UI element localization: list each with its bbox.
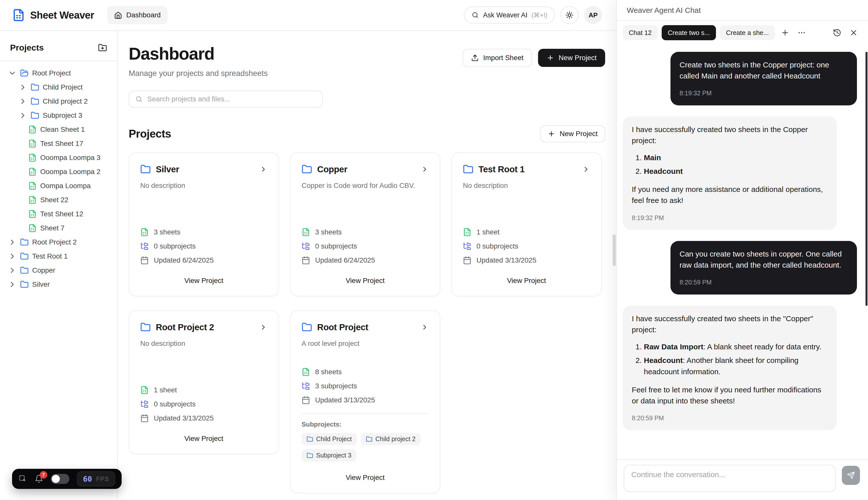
folder-icon [140,322,151,332]
message-list: Raw Data Import: A blank sheet ready for… [632,341,828,377]
card-title: Test Root 1 [479,164,577,174]
folder-plus-icon[interactable] [98,43,107,52]
chat-history-button[interactable] [831,26,843,39]
card-subprojects-count: 3 subprojects [315,382,357,390]
tree-item-child-project-2[interactable]: Child project 2 [0,94,117,109]
tree-item-label: Subproject 3 [43,111,82,120]
tree-item-copper[interactable]: Copper [0,263,117,277]
view-project-link[interactable]: View Project [140,435,267,443]
card-sheets-count: 1 sheet [154,386,177,394]
chat-tab-2[interactable]: Create a she... [720,25,775,40]
calendar-icon [463,256,471,264]
chat-input[interactable] [624,465,836,492]
card-sheets-row: 3 sheets [302,228,429,236]
folder-icon [140,164,151,174]
chat-scrollbar-thumb[interactable] [866,52,868,306]
project-card-root-project-2: Root Project 2No description1 sheet0 sub… [129,310,279,454]
ai-chat-panel: Weaver Agent AI Chat Chat 12Create two s… [616,0,868,500]
chevron-right-icon [19,111,27,120]
new-project-secondary-button[interactable]: New Project [540,125,605,143]
nav-dashboard-label: Dashboard [126,11,161,19]
tree-item-ooompa-loompa-2[interactable]: Ooompa Loompa 2 [0,165,117,179]
view-project-link[interactable]: View Project [140,277,267,285]
message-paragraph: I have successfully created two sheets i… [632,124,828,146]
new-chat-button[interactable] [779,26,791,39]
message-paragraph: If you need any more assistance or addit… [632,184,828,206]
message-timestamp: 8:19:32 PM [680,89,848,98]
chat-close-button[interactable] [847,26,860,39]
tree-item-test-sheet-12[interactable]: Test Sheet 12 [0,207,117,221]
chat-more-options-button[interactable] [795,26,808,39]
card-sheets-count: 1 sheet [477,228,500,236]
chat-tab-1[interactable]: Create two s... [662,25,716,40]
tree-item-label: Sheet 7 [40,224,64,232]
project-cards-grid: SilverNo description3 sheets0 subproject… [129,152,605,493]
page-subtitle: Manage your projects and spreadsheets [129,69,268,78]
tree-item-child-project[interactable]: Child Project [0,80,117,94]
folder-icon [20,238,29,247]
card-updated-row: Updated 6/24/2025 [302,256,429,264]
top-header: Sheet Weaver Dashboard Ask Weaver AI (⌘+… [0,0,616,31]
tree-item-label: Ooompa Loompa 2 [40,168,101,176]
chat-message-user: Create two sheets in the Copper project:… [670,52,857,105]
card-updated-row: Updated 3/13/2025 [302,396,429,405]
fps-value: 60 [83,475,92,484]
import-sheet-button[interactable]: Import Sheet [463,49,532,67]
ask-ai-button[interactable]: Ask Weaver AI (⌘+I) [464,7,555,24]
view-project-link[interactable]: View Project [463,277,590,285]
chat-message-user: Can you create two sheets in copper. One… [670,241,857,295]
folder-icon [20,280,29,289]
tree-item-sheet-22[interactable]: Sheet 22 [0,193,117,207]
user-avatar[interactable]: AP [584,6,602,24]
sheet-icon [28,182,37,190]
card-subprojects-count: 0 subprojects [154,242,196,250]
app-logo-icon [12,9,25,22]
sheet-icon [28,210,37,218]
sidebar-title: Projects [10,43,44,53]
send-button[interactable] [842,466,860,485]
subproject-chip-label: Subproject 3 [316,452,351,459]
subproject-chip[interactable]: Subproject 3 [302,449,356,462]
select-cursor-icon[interactable] [19,475,27,483]
nav-dashboard[interactable]: Dashboard [107,6,168,24]
card-sheets-count: 3 sheets [154,228,180,236]
tree-item-ooompa-loompa-3[interactable]: Ooompa Loompa 3 [0,151,117,165]
notifications-bell[interactable]: 7 [35,475,43,483]
list-item-name: Main [644,154,661,162]
main-scrollbar-thumb[interactable] [613,235,616,266]
theme-toggle-button[interactable] [560,6,578,24]
search-icon [471,11,479,19]
folder-icon [31,97,39,106]
tree-item-test-root-1[interactable]: Test Root 1 [0,249,117,263]
new-project-button[interactable]: New Project [538,49,605,67]
chat-tab-0[interactable]: Chat 12 [623,25,658,40]
app-title: Sheet Weaver [30,10,94,21]
tree-item-root-project[interactable]: Root Project [0,66,117,80]
view-project-link[interactable]: View Project [302,277,429,285]
tree-item-clean-sheet-1[interactable]: Clean Sheet 1 [0,123,117,137]
chevron-right-icon [259,165,267,173]
sheet-icon [463,228,471,236]
card-description: No description [140,340,267,348]
subproject-chip[interactable]: Child Project [302,433,357,445]
status-toggle[interactable] [51,474,69,484]
search-input[interactable] [147,95,316,103]
tree-item-root-project-2[interactable]: Root Project 2 [0,235,117,249]
chat-input-area [617,459,868,500]
tree-item-test-sheet-17[interactable]: Test Sheet 17 [0,137,117,151]
tree-item-label: Ooompa Loompa 3 [40,154,101,162]
tree-item-sheet-7[interactable]: Sheet 7 [0,221,117,235]
sheet-icon [28,224,37,232]
sheet-icon [28,154,37,162]
view-project-link[interactable]: View Project [302,474,429,482]
ask-ai-shortcut: (⌘+I) [531,12,547,19]
import-sheet-label: Import Sheet [483,54,524,62]
folder-open-icon [20,69,29,78]
tree-item-subproject-3[interactable]: Subproject 3 [0,109,117,123]
subproject-chip[interactable]: Child project 2 [361,433,421,445]
tree-item-oompa-loompa[interactable]: Oompa Loompa [0,179,117,193]
message-list-item: Raw Data Import: A blank sheet ready for… [644,341,828,352]
card-meta: 3 sheets0 subprojectsUpdated 6/24/2025 [140,228,267,264]
tree-item-silver[interactable]: Silver [0,277,117,292]
message-list-item: Headcount [644,166,828,177]
